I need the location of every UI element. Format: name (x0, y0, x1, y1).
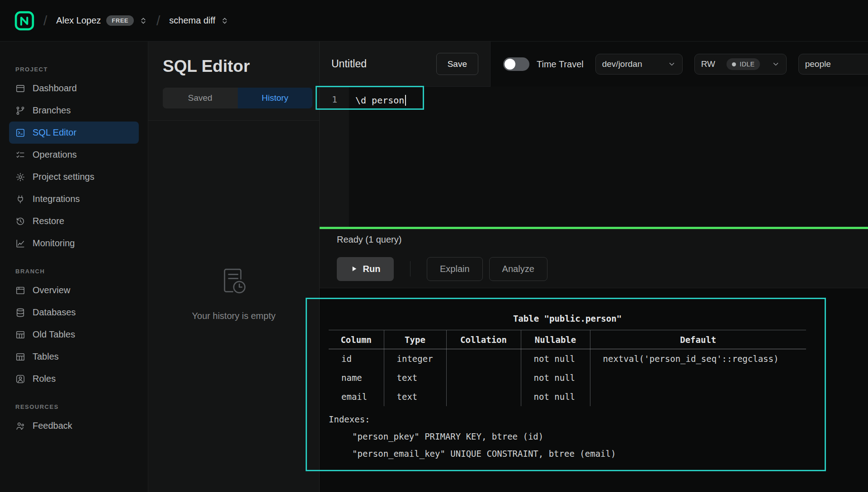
chevron-down-icon (668, 60, 676, 68)
history-panel-header: SQL Editor SavedHistory (148, 42, 319, 121)
sidebar-item-label: Operations (33, 150, 77, 160)
result-title: Table "public.person" (329, 314, 806, 323)
result-column-header: Column (329, 330, 384, 349)
status-dot-icon (732, 62, 736, 66)
breadcrumb-separator: / (156, 13, 160, 28)
toggle-knob (505, 59, 515, 70)
breadcrumb-project[interactable]: schema diff (169, 15, 229, 26)
feedback-icon (15, 421, 25, 431)
run-button-label: Run (363, 264, 381, 274)
code-content[interactable]: \d person (349, 87, 406, 227)
sidebar-item-integrations[interactable]: Integrations (9, 188, 139, 210)
result-table: ColumnTypeCollationNullableDefault idint… (329, 330, 806, 406)
table-cell: not null (521, 368, 590, 387)
status-bar: Ready (1 query) (320, 229, 868, 250)
sidebar-item-feedback[interactable]: Feedback (9, 415, 139, 437)
empty-history-text: Your history is empty (192, 311, 276, 321)
saved-history-tabs: SavedHistory (163, 88, 312, 108)
sidebar-item-old-tables[interactable]: Old Tables (9, 323, 139, 346)
restore-icon (15, 216, 25, 226)
sidebar-item-dashboard[interactable]: Dashboard (9, 77, 139, 99)
sidebar-item-tables[interactable]: Tables (9, 346, 139, 368)
user-name: Alex Lopez (56, 15, 101, 26)
sidebar-item-label: Restore (33, 216, 64, 226)
chevron-updown-icon[interactable] (221, 17, 229, 25)
sidebar-item-label: Dashboard (33, 83, 77, 94)
table-cell: id (329, 349, 384, 368)
sidebar-item-label: Old Tables (33, 329, 75, 340)
branch-select-value: dev/jordan (602, 59, 642, 69)
explain-button[interactable]: Explain (427, 257, 483, 281)
sidebar-item-monitoring[interactable]: Monitoring (9, 232, 139, 254)
table-icon (15, 330, 25, 340)
empty-history-icon (217, 265, 250, 299)
actions-divider (410, 261, 410, 276)
monitoring-icon (15, 239, 25, 248)
table-cell: not null (521, 349, 590, 368)
sql-editor-icon (15, 128, 25, 138)
table-cell: text (384, 368, 446, 387)
table-row: emailtextnot null (329, 387, 806, 406)
operations-icon (15, 150, 25, 160)
sidebar-item-label: Databases (33, 307, 76, 318)
result-column-header: Type (384, 330, 446, 349)
table-cell (446, 349, 521, 368)
query-results: Table "public.person" ColumnTypeCollatio… (320, 288, 868, 492)
analyze-button[interactable]: Analyze (489, 257, 547, 281)
sidebar-item-operations[interactable]: Operations (9, 144, 139, 166)
tab-saved[interactable]: Saved (163, 88, 238, 108)
table-cell (590, 368, 806, 387)
editor-toolbar: Untitled Save Time Travel dev/jordan RW … (320, 42, 868, 87)
branches-icon (15, 106, 25, 116)
table-cell: integer (384, 349, 446, 368)
chevron-updown-icon[interactable] (139, 17, 147, 25)
sidebar-section-label-branch: BRANCH (15, 268, 132, 275)
query-actions: Run Explain Analyze (320, 250, 868, 288)
sidebar-item-overview[interactable]: Overview (9, 279, 139, 301)
sidebar-item-label: SQL Editor (33, 127, 76, 138)
sidebar: PROJECTDashboardBranchesSQL EditorOperat… (0, 42, 148, 492)
index-line: "person_pkey" PRIMARY KEY, btree (id) (329, 428, 868, 445)
run-button[interactable]: Run (337, 257, 394, 281)
result-header-row: ColumnTypeCollationNullableDefault (329, 330, 806, 349)
tab-history[interactable]: History (238, 88, 313, 108)
plan-badge: FREE (106, 15, 134, 26)
sidebar-item-label: Overview (33, 285, 70, 295)
project-name: schema diff (169, 15, 215, 26)
table-cell (446, 387, 521, 406)
line-number: 1 (332, 94, 337, 105)
compute-select[interactable]: RW IDLE (694, 54, 787, 75)
code-editor[interactable]: 1 \d person (320, 87, 868, 227)
compute-status-text: IDLE (740, 61, 755, 68)
sidebar-item-databases[interactable]: Databases (9, 301, 139, 323)
sidebar-item-restore[interactable]: Restore (9, 210, 139, 232)
sidebar-item-sql-editor[interactable]: SQL Editor (9, 122, 139, 144)
sidebar-item-roles[interactable]: Roles (9, 368, 139, 390)
breadcrumb-user[interactable]: Alex Lopez FREE (56, 15, 147, 26)
sidebar-item-label: Roles (33, 374, 56, 384)
save-button[interactable]: Save (436, 53, 478, 75)
editor-controls: Time Travel dev/jordan RW IDLE (491, 42, 868, 87)
sidebar-item-label: Integrations (33, 194, 80, 204)
sidebar-section-label-project: PROJECT (15, 66, 132, 73)
table-icon (15, 352, 25, 362)
branch-select[interactable]: dev/jordan (595, 54, 683, 75)
sidebar-section-label-resources: RESOURCES (15, 403, 132, 410)
roles-icon (15, 374, 25, 384)
time-travel-toggle[interactable] (503, 57, 529, 71)
page-title: SQL Editor (163, 57, 308, 76)
chevron-down-icon (772, 60, 780, 68)
sidebar-item-branches[interactable]: Branches (9, 99, 139, 122)
sidebar-item-label: Project settings (33, 172, 94, 182)
sql-editor-panel: Untitled Save Time Travel dev/jordan RW … (320, 42, 868, 492)
databases-icon (15, 308, 25, 318)
table-cell: not null (521, 387, 590, 406)
result-table-head: ColumnTypeCollationNullableDefault (329, 330, 806, 349)
database-select[interactable]: people (798, 54, 868, 75)
result-table-body: idintegernot nullnextval('person_id_seq'… (329, 349, 806, 406)
compute-status-badge: IDLE (726, 58, 760, 70)
table-cell (446, 368, 521, 387)
neon-logo-icon[interactable] (14, 11, 34, 31)
sidebar-item-project-settings[interactable]: Project settings (9, 166, 139, 188)
gear-icon (15, 172, 25, 182)
